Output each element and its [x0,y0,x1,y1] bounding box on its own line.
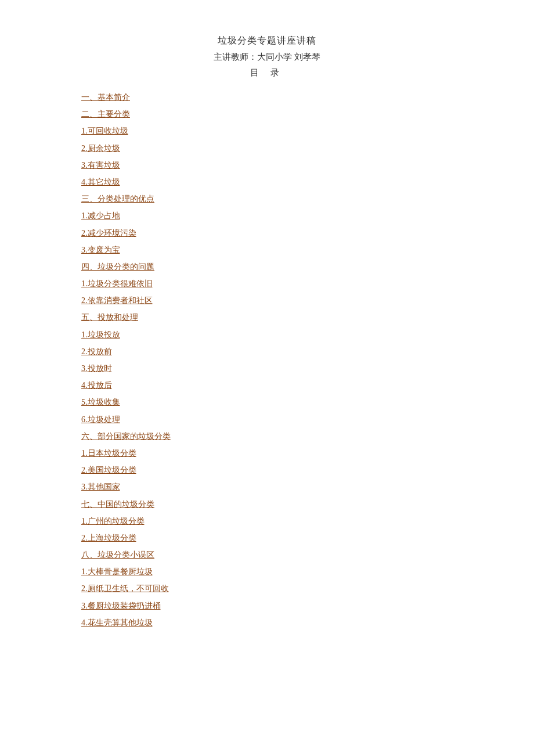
toc-item: 3.投放时 [81,361,453,376]
toc-link-s2-3[interactable]: 3.有害垃圾 [81,161,120,170]
toc-item: 4.花生壳算其他垃圾 [81,615,453,630]
toc-item: 2.上海垃圾分类 [81,531,453,545]
toc-item: 1.减少占地 [81,208,453,223]
toc-link-s6-1[interactable]: 1.日本垃圾分类 [81,449,136,458]
main-title: 垃圾分类专题讲座讲稿 [81,35,453,47]
toc-link-s3-1[interactable]: 1.减少占地 [81,211,120,220]
toc-link-s6[interactable]: 六、部分国家的垃圾分类 [81,432,171,441]
toc-label: 目 录 [81,67,453,78]
toc-item: 一、基本简介 [81,90,453,105]
toc-item: 2.厕纸卫生纸，不可回收 [81,581,453,596]
toc-link-s6-3[interactable]: 3.其他国家 [81,483,120,491]
page-container: 垃圾分类专题讲座讲稿 主讲教师：大同小学 刘孝琴 目 录 一、基本简介二、主要分… [0,0,534,756]
toc-link-s8-2[interactable]: 2.厕纸卫生纸，不可回收 [81,584,169,593]
toc-item: 1.大棒骨是餐厨垃圾 [81,564,453,579]
toc-item: 3.其他国家 [81,480,453,494]
toc-link-s5-3[interactable]: 3.投放时 [81,364,112,373]
toc-item: 八、垃圾分类小误区 [81,548,453,562]
toc-item: 3.餐厨垃圾装袋扔进桶 [81,599,453,613]
toc-link-s5[interactable]: 五、投放和处理 [81,313,138,322]
toc-list: 一、基本简介二、主要分类1.可回收垃圾2.厨余垃圾3.有害垃圾4.其它垃圾三、分… [81,90,453,630]
toc-item: 七、中国的垃圾分类 [81,497,453,512]
toc-item: 2.减少环境污染 [81,226,453,240]
toc-item: 2.依靠消费者和社区 [81,293,453,308]
toc-link-s3-2[interactable]: 2.减少环境污染 [81,229,136,237]
toc-link-s1[interactable]: 一、基本简介 [81,93,130,102]
toc-link-s4-1[interactable]: 1.垃圾分类很难依旧 [81,279,153,288]
toc-link-s5-1[interactable]: 1.垃圾投放 [81,330,120,339]
toc-link-s4[interactable]: 四、垃圾分类的问题 [81,262,154,271]
toc-item: 5.垃圾收集 [81,395,453,409]
toc-link-s3-3[interactable]: 3.变废为宝 [81,246,120,254]
toc-item: 三、分类处理的优点 [81,192,453,206]
toc-link-s5-2[interactable]: 2.投放前 [81,347,112,356]
toc-link-s5-6[interactable]: 6.垃圾处理 [81,415,120,424]
toc-link-s4-2[interactable]: 2.依靠消费者和社区 [81,296,153,305]
toc-link-s7-2[interactable]: 2.上海垃圾分类 [81,534,136,542]
toc-item: 3.有害垃圾 [81,158,453,172]
toc-item: 二、主要分类 [81,107,453,121]
toc-link-s2[interactable]: 二、主要分类 [81,110,130,118]
toc-item: 6.垃圾处理 [81,412,453,427]
toc-link-s8-4[interactable]: 4.花生壳算其他垃圾 [81,618,153,627]
toc-link-s3[interactable]: 三、分类处理的优点 [81,195,154,203]
toc-item: 1.可回收垃圾 [81,124,453,138]
toc-link-s5-5[interactable]: 5.垃圾收集 [81,398,120,406]
subtitle: 主讲教师：大同小学 刘孝琴 [81,52,453,63]
toc-link-s7[interactable]: 七、中国的垃圾分类 [81,500,154,509]
toc-item: 3.变废为宝 [81,243,453,257]
toc-item: 1.垃圾分类很难依旧 [81,276,453,291]
toc-item: 4.其它垃圾 [81,175,453,189]
toc-item: 五、投放和处理 [81,310,453,325]
toc-link-s8-3[interactable]: 3.餐厨垃圾装袋扔进桶 [81,602,161,610]
toc-item: 1.广州的垃圾分类 [81,514,453,528]
toc-item: 2.美国垃圾分类 [81,463,453,477]
toc-link-s7-1[interactable]: 1.广州的垃圾分类 [81,517,145,525]
toc-item: 四、垃圾分类的问题 [81,260,453,274]
toc-item: 2.投放前 [81,344,453,359]
toc-link-s2-1[interactable]: 1.可回收垃圾 [81,127,128,135]
toc-item: 4.投放后 [81,378,453,393]
toc-link-s2-2[interactable]: 2.厨余垃圾 [81,144,120,153]
toc-item: 1.垃圾投放 [81,327,453,342]
toc-item: 六、部分国家的垃圾分类 [81,429,453,444]
toc-link-s8[interactable]: 八、垃圾分类小误区 [81,550,154,559]
toc-link-s6-2[interactable]: 2.美国垃圾分类 [81,466,136,474]
toc-item: 1.日本垃圾分类 [81,446,453,460]
toc-link-s5-4[interactable]: 4.投放后 [81,381,112,390]
toc-link-s2-4[interactable]: 4.其它垃圾 [81,178,120,186]
toc-link-s8-1[interactable]: 1.大棒骨是餐厨垃圾 [81,567,153,576]
toc-item: 2.厨余垃圾 [81,141,453,156]
header-section: 垃圾分类专题讲座讲稿 主讲教师：大同小学 刘孝琴 目 录 [81,35,453,78]
